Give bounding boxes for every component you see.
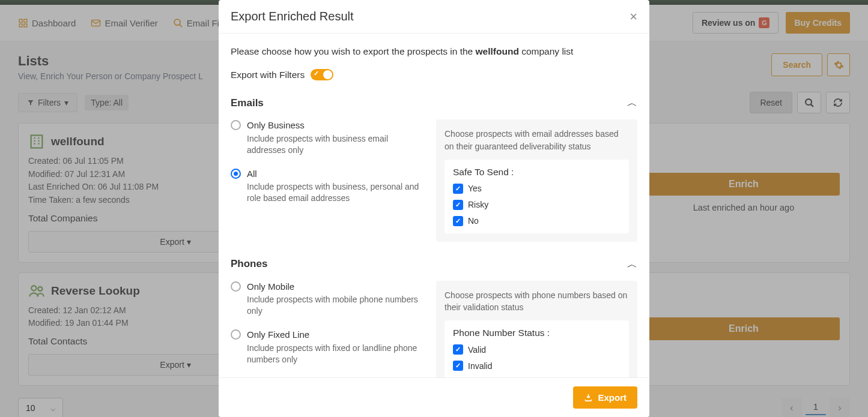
emails-radio-only-business[interactable]: Only BusinessInclude prospects with busi… xyxy=(231,119,424,155)
radio-label: Only Mobile xyxy=(247,281,424,293)
checkbox-icon: ✓ xyxy=(453,184,463,194)
checkbox-label: Invalid xyxy=(468,361,492,371)
checkbox-icon: ✓ xyxy=(453,344,463,355)
radio-desc: Include prospects with fixed or landline… xyxy=(247,343,424,365)
emails-radio-all[interactable]: AllInclude prospects with business, pers… xyxy=(231,168,424,204)
safe-to-send-title: Safe To Send : xyxy=(453,167,621,178)
modal-overlay: Export Enriched Result × Please choose h… xyxy=(0,0,868,417)
emails-radio-group: Only BusinessInclude prospects with busi… xyxy=(231,119,424,242)
export-filters-label: Export with Filters xyxy=(231,70,305,80)
safe-checkbox-risky[interactable]: ✓Risky xyxy=(453,200,621,210)
radio-icon xyxy=(231,329,241,340)
safe-checkbox-no[interactable]: ✓No xyxy=(453,216,621,226)
modal-title: Export Enriched Result xyxy=(231,10,354,23)
phones-status-intro: Choose prospects with phone numbers base… xyxy=(445,289,629,314)
radio-icon xyxy=(231,169,241,179)
phones-radio-group: Only MobileInclude prospects with mobile… xyxy=(231,281,424,377)
phones-heading: Phones xyxy=(231,258,267,270)
checkbox-label: No xyxy=(468,216,479,226)
radio-label: All xyxy=(247,168,424,180)
checkbox-label: Risky xyxy=(468,200,488,209)
phone-checkbox-valid[interactable]: ✓Valid xyxy=(453,344,621,355)
phones-radio-only-mobile[interactable]: Only MobileInclude prospects with mobile… xyxy=(231,281,424,317)
export-button-label: Export xyxy=(598,392,627,403)
radio-icon xyxy=(231,281,241,292)
export-button[interactable]: Export xyxy=(573,386,637,409)
radio-icon xyxy=(231,120,241,130)
radio-desc: Include prospects with mobile phone numb… xyxy=(247,294,424,317)
download-icon xyxy=(584,393,593,402)
chevron-up-icon: ︿ xyxy=(627,257,637,271)
phones-radio-only-fixed-line[interactable]: Only Fixed LineInclude prospects with fi… xyxy=(231,329,424,365)
phone-checkbox-invalid[interactable]: ✓Invalid xyxy=(453,361,621,371)
radio-desc: Include prospects with business, persona… xyxy=(247,181,424,204)
radio-label: Only Fixed Line xyxy=(247,329,424,341)
checkbox-label: Yes xyxy=(468,184,482,193)
phones-section-header[interactable]: Phones ︿ xyxy=(231,257,637,271)
radio-desc: Include prospects with business email ad… xyxy=(247,133,424,156)
close-icon: × xyxy=(630,9,637,24)
phone-status-title: Phone Number Status : xyxy=(453,328,621,338)
export-filters-toggle[interactable] xyxy=(311,69,333,80)
emails-status-intro: Choose prospects with email addresses ba… xyxy=(445,128,629,152)
checkbox-icon: ✓ xyxy=(453,200,463,210)
emails-section-header[interactable]: Emails ︿ xyxy=(231,96,637,110)
checkbox-icon: ✓ xyxy=(453,361,463,371)
emails-heading: Emails xyxy=(231,97,264,109)
radio-label: Only Business xyxy=(247,119,424,131)
safe-checkbox-yes[interactable]: ✓Yes xyxy=(453,184,621,194)
close-button[interactable]: × xyxy=(630,10,637,23)
chevron-up-icon: ︿ xyxy=(627,96,637,110)
modal-intro: Please choose how you wish to export the… xyxy=(231,44,637,58)
checkbox-icon: ✓ xyxy=(453,216,463,226)
export-modal: Export Enriched Result × Please choose h… xyxy=(219,0,649,417)
checkbox-label: Valid xyxy=(468,345,486,355)
